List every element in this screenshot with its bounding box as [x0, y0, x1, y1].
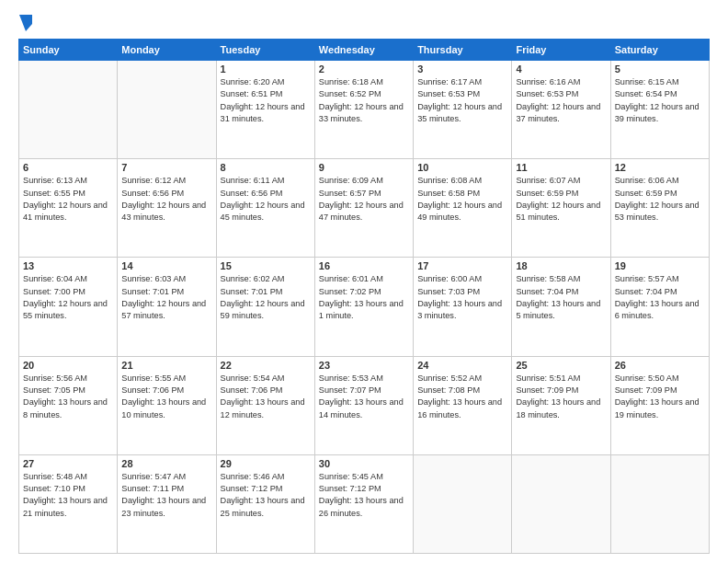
calendar-cell — [19, 61, 118, 159]
calendar-cell: 1Sunrise: 6:20 AMSunset: 6:51 PMDaylight… — [216, 61, 314, 159]
day-number: 23 — [319, 360, 409, 371]
calendar-cell: 24Sunrise: 5:52 AMSunset: 7:08 PMDayligh… — [414, 356, 512, 454]
logo-text — [18, 15, 34, 31]
sun-info: Sunrise: 6:20 AMSunset: 6:51 PMDaylight:… — [221, 76, 311, 125]
calendar-cell — [610, 454, 709, 553]
day-number: 14 — [121, 260, 211, 271]
sun-info: Sunrise: 6:16 AMSunset: 6:53 PMDaylight:… — [516, 76, 606, 125]
day-number: 19 — [615, 260, 705, 271]
sun-info: Sunrise: 6:07 AMSunset: 6:59 PMDaylight:… — [516, 175, 606, 224]
calendar-cell — [118, 61, 216, 159]
calendar-cell: 17Sunrise: 6:00 AMSunset: 7:03 PMDayligh… — [414, 258, 512, 356]
calendar-cell: 16Sunrise: 6:01 AMSunset: 7:02 PMDayligh… — [314, 258, 413, 356]
day-number: 5 — [615, 63, 705, 75]
sun-info: Sunrise: 6:03 AMSunset: 7:01 PMDaylight:… — [121, 273, 211, 322]
calendar-header-row: SundayMondayTuesdayWednesdayThursdayFrid… — [19, 40, 710, 61]
calendar-cell: 2Sunrise: 6:18 AMSunset: 6:52 PMDaylight… — [314, 61, 413, 159]
weekday-header: Thursday — [414, 40, 512, 61]
calendar-cell — [414, 454, 512, 553]
calendar-table: SundayMondayTuesdayWednesdayThursdayFrid… — [18, 39, 710, 554]
day-number: 2 — [319, 63, 409, 75]
day-number: 27 — [23, 458, 113, 469]
day-number: 1 — [221, 63, 311, 75]
sun-info: Sunrise: 5:53 AMSunset: 7:07 PMDaylight:… — [319, 373, 409, 421]
day-number: 30 — [319, 458, 409, 469]
day-number: 18 — [516, 260, 606, 271]
calendar-cell: 19Sunrise: 5:57 AMSunset: 7:04 PMDayligh… — [610, 258, 709, 356]
logo — [18, 15, 34, 31]
calendar-cell: 13Sunrise: 6:04 AMSunset: 7:00 PMDayligh… — [19, 258, 118, 356]
calendar-cell: 30Sunrise: 5:45 AMSunset: 7:12 PMDayligh… — [314, 454, 413, 553]
sun-info: Sunrise: 5:45 AMSunset: 7:12 PMDaylight:… — [319, 471, 409, 520]
day-number: 12 — [615, 162, 705, 173]
day-number: 9 — [319, 162, 409, 173]
calendar-cell: 27Sunrise: 5:48 AMSunset: 7:10 PMDayligh… — [19, 454, 118, 553]
sun-info: Sunrise: 6:06 AMSunset: 6:59 PMDaylight:… — [615, 175, 705, 224]
sun-info: Sunrise: 6:11 AMSunset: 6:56 PMDaylight:… — [221, 175, 311, 224]
sun-info: Sunrise: 6:02 AMSunset: 7:01 PMDaylight:… — [221, 273, 311, 322]
calendar-cell: 14Sunrise: 6:03 AMSunset: 7:01 PMDayligh… — [118, 258, 216, 356]
calendar-cell: 12Sunrise: 6:06 AMSunset: 6:59 PMDayligh… — [610, 159, 709, 258]
day-number: 29 — [221, 458, 311, 469]
day-number: 28 — [121, 458, 211, 469]
day-number: 22 — [221, 360, 311, 371]
calendar-cell — [512, 454, 610, 553]
weekday-header: Wednesday — [314, 40, 413, 61]
day-number: 26 — [615, 360, 705, 371]
day-number: 20 — [23, 360, 113, 371]
calendar-cell: 29Sunrise: 5:46 AMSunset: 7:12 PMDayligh… — [216, 454, 314, 553]
sun-info: Sunrise: 6:00 AMSunset: 7:03 PMDaylight:… — [417, 273, 507, 322]
sun-info: Sunrise: 6:12 AMSunset: 6:56 PMDaylight:… — [121, 175, 211, 224]
day-number: 24 — [417, 360, 507, 371]
calendar-week-row: 1Sunrise: 6:20 AMSunset: 6:51 PMDaylight… — [19, 61, 710, 159]
calendar-cell: 26Sunrise: 5:50 AMSunset: 7:09 PMDayligh… — [610, 356, 709, 454]
sun-info: Sunrise: 5:47 AMSunset: 7:11 PMDaylight:… — [121, 471, 211, 520]
sun-info: Sunrise: 6:08 AMSunset: 6:58 PMDaylight:… — [417, 175, 507, 224]
day-number: 13 — [23, 260, 113, 271]
day-number: 8 — [221, 162, 311, 173]
sun-info: Sunrise: 5:58 AMSunset: 7:04 PMDaylight:… — [516, 273, 606, 322]
calendar-cell: 21Sunrise: 5:55 AMSunset: 7:06 PMDayligh… — [118, 356, 216, 454]
sun-info: Sunrise: 6:17 AMSunset: 6:53 PMDaylight:… — [417, 76, 507, 125]
sun-info: Sunrise: 5:55 AMSunset: 7:06 PMDaylight:… — [121, 373, 211, 421]
day-number: 17 — [417, 260, 507, 271]
calendar-cell: 6Sunrise: 6:13 AMSunset: 6:55 PMDaylight… — [19, 159, 118, 258]
calendar-cell: 23Sunrise: 5:53 AMSunset: 7:07 PMDayligh… — [314, 356, 413, 454]
calendar-cell: 7Sunrise: 6:12 AMSunset: 6:56 PMDaylight… — [118, 159, 216, 258]
calendar-week-row: 13Sunrise: 6:04 AMSunset: 7:00 PMDayligh… — [19, 258, 710, 356]
day-number: 6 — [23, 162, 113, 173]
calendar-cell: 4Sunrise: 6:16 AMSunset: 6:53 PMDaylight… — [512, 61, 610, 159]
sun-info: Sunrise: 5:46 AMSunset: 7:12 PMDaylight:… — [221, 471, 311, 520]
day-number: 25 — [516, 360, 606, 371]
day-number: 4 — [516, 63, 606, 75]
calendar-week-row: 20Sunrise: 5:56 AMSunset: 7:05 PMDayligh… — [19, 356, 710, 454]
calendar-cell: 28Sunrise: 5:47 AMSunset: 7:11 PMDayligh… — [118, 454, 216, 553]
sun-info: Sunrise: 5:54 AMSunset: 7:06 PMDaylight:… — [221, 373, 311, 421]
day-number: 15 — [221, 260, 311, 271]
calendar-cell: 22Sunrise: 5:54 AMSunset: 7:06 PMDayligh… — [216, 356, 314, 454]
sun-info: Sunrise: 5:50 AMSunset: 7:09 PMDaylight:… — [615, 373, 705, 421]
day-number: 21 — [121, 360, 211, 371]
sun-info: Sunrise: 6:15 AMSunset: 6:54 PMDaylight:… — [615, 76, 705, 125]
calendar-cell: 10Sunrise: 6:08 AMSunset: 6:58 PMDayligh… — [414, 159, 512, 258]
calendar-cell: 3Sunrise: 6:17 AMSunset: 6:53 PMDaylight… — [414, 61, 512, 159]
day-number: 11 — [516, 162, 606, 173]
day-number: 10 — [417, 162, 507, 173]
weekday-header: Sunday — [19, 40, 118, 61]
day-number: 16 — [319, 260, 409, 271]
calendar-week-row: 27Sunrise: 5:48 AMSunset: 7:10 PMDayligh… — [19, 454, 710, 553]
sun-info: Sunrise: 6:13 AMSunset: 6:55 PMDaylight:… — [23, 175, 113, 224]
sun-info: Sunrise: 5:51 AMSunset: 7:09 PMDaylight:… — [516, 373, 606, 421]
calendar-cell: 11Sunrise: 6:07 AMSunset: 6:59 PMDayligh… — [512, 159, 610, 258]
logo-icon — [19, 15, 32, 31]
weekday-header: Tuesday — [216, 40, 314, 61]
svg-marker-0 — [19, 15, 32, 31]
weekday-header: Saturday — [610, 40, 709, 61]
calendar-cell: 5Sunrise: 6:15 AMSunset: 6:54 PMDaylight… — [610, 61, 709, 159]
weekday-header: Friday — [512, 40, 610, 61]
calendar-week-row: 6Sunrise: 6:13 AMSunset: 6:55 PMDaylight… — [19, 159, 710, 258]
sun-info: Sunrise: 6:04 AMSunset: 7:00 PMDaylight:… — [23, 273, 113, 322]
sun-info: Sunrise: 5:52 AMSunset: 7:08 PMDaylight:… — [417, 373, 507, 421]
calendar-body: 1Sunrise: 6:20 AMSunset: 6:51 PMDaylight… — [19, 61, 710, 554]
weekday-header: Monday — [118, 40, 216, 61]
